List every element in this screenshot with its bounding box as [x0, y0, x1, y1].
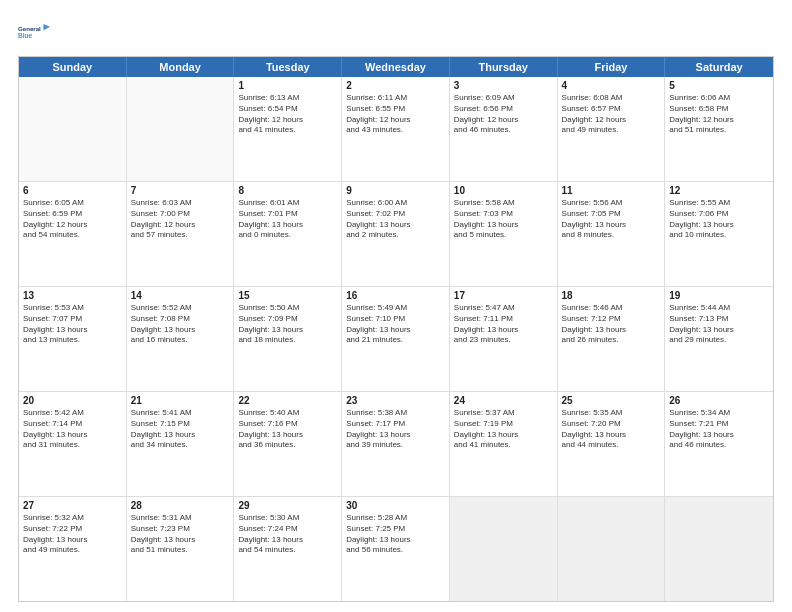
cell-info: Sunrise: 5:41 AM Sunset: 7:15 PM Dayligh… — [131, 408, 230, 451]
calendar-cell: 17Sunrise: 5:47 AM Sunset: 7:11 PM Dayli… — [450, 287, 558, 391]
svg-marker-2 — [43, 24, 50, 31]
logo: GeneralBlue — [18, 18, 50, 46]
cell-info: Sunrise: 5:47 AM Sunset: 7:11 PM Dayligh… — [454, 303, 553, 346]
day-number: 1 — [238, 80, 337, 91]
day-number: 2 — [346, 80, 445, 91]
cell-info: Sunrise: 5:58 AM Sunset: 7:03 PM Dayligh… — [454, 198, 553, 241]
day-number: 6 — [23, 185, 122, 196]
calendar-cell: 25Sunrise: 5:35 AM Sunset: 7:20 PM Dayli… — [558, 392, 666, 496]
cell-info: Sunrise: 5:28 AM Sunset: 7:25 PM Dayligh… — [346, 513, 445, 556]
day-number: 12 — [669, 185, 769, 196]
calendar: SundayMondayTuesdayWednesdayThursdayFrid… — [18, 56, 774, 602]
day-number: 13 — [23, 290, 122, 301]
day-number: 16 — [346, 290, 445, 301]
calendar-cell: 3Sunrise: 6:09 AM Sunset: 6:56 PM Daylig… — [450, 77, 558, 181]
calendar-cell: 30Sunrise: 5:28 AM Sunset: 7:25 PM Dayli… — [342, 497, 450, 601]
cell-info: Sunrise: 5:34 AM Sunset: 7:21 PM Dayligh… — [669, 408, 769, 451]
calendar-cell: 12Sunrise: 5:55 AM Sunset: 7:06 PM Dayli… — [665, 182, 773, 286]
day-number: 10 — [454, 185, 553, 196]
cell-info: Sunrise: 5:37 AM Sunset: 7:19 PM Dayligh… — [454, 408, 553, 451]
calendar-cell: 1Sunrise: 6:13 AM Sunset: 6:54 PM Daylig… — [234, 77, 342, 181]
day-number: 5 — [669, 80, 769, 91]
cell-info: Sunrise: 5:42 AM Sunset: 7:14 PM Dayligh… — [23, 408, 122, 451]
cell-info: Sunrise: 5:56 AM Sunset: 7:05 PM Dayligh… — [562, 198, 661, 241]
day-number: 3 — [454, 80, 553, 91]
cell-info: Sunrise: 5:53 AM Sunset: 7:07 PM Dayligh… — [23, 303, 122, 346]
calendar-cell: 26Sunrise: 5:34 AM Sunset: 7:21 PM Dayli… — [665, 392, 773, 496]
cell-info: Sunrise: 5:30 AM Sunset: 7:24 PM Dayligh… — [238, 513, 337, 556]
day-number: 4 — [562, 80, 661, 91]
calendar-cell: 7Sunrise: 6:03 AM Sunset: 7:00 PM Daylig… — [127, 182, 235, 286]
calendar-cell: 19Sunrise: 5:44 AM Sunset: 7:13 PM Dayli… — [665, 287, 773, 391]
cell-info: Sunrise: 6:06 AM Sunset: 6:58 PM Dayligh… — [669, 93, 769, 136]
cell-info: Sunrise: 6:03 AM Sunset: 7:00 PM Dayligh… — [131, 198, 230, 241]
day-number: 14 — [131, 290, 230, 301]
cell-info: Sunrise: 5:50 AM Sunset: 7:09 PM Dayligh… — [238, 303, 337, 346]
day-number: 24 — [454, 395, 553, 406]
day-number: 7 — [131, 185, 230, 196]
calendar-cell — [558, 497, 666, 601]
day-number: 23 — [346, 395, 445, 406]
weekday-header: Thursday — [450, 57, 558, 77]
calendar-cell: 11Sunrise: 5:56 AM Sunset: 7:05 PM Dayli… — [558, 182, 666, 286]
cell-info: Sunrise: 5:49 AM Sunset: 7:10 PM Dayligh… — [346, 303, 445, 346]
day-number: 27 — [23, 500, 122, 511]
weekday-header: Wednesday — [342, 57, 450, 77]
cell-info: Sunrise: 5:40 AM Sunset: 7:16 PM Dayligh… — [238, 408, 337, 451]
calendar-cell: 13Sunrise: 5:53 AM Sunset: 7:07 PM Dayli… — [19, 287, 127, 391]
weekday-header: Tuesday — [234, 57, 342, 77]
weekday-header: Friday — [558, 57, 666, 77]
cell-info: Sunrise: 5:32 AM Sunset: 7:22 PM Dayligh… — [23, 513, 122, 556]
calendar-cell: 2Sunrise: 6:11 AM Sunset: 6:55 PM Daylig… — [342, 77, 450, 181]
day-number: 15 — [238, 290, 337, 301]
day-number: 29 — [238, 500, 337, 511]
calendar-cell: 4Sunrise: 6:08 AM Sunset: 6:57 PM Daylig… — [558, 77, 666, 181]
calendar-cell: 8Sunrise: 6:01 AM Sunset: 7:01 PM Daylig… — [234, 182, 342, 286]
calendar-cell: 23Sunrise: 5:38 AM Sunset: 7:17 PM Dayli… — [342, 392, 450, 496]
calendar-week: 13Sunrise: 5:53 AM Sunset: 7:07 PM Dayli… — [19, 287, 773, 392]
calendar-week: 20Sunrise: 5:42 AM Sunset: 7:14 PM Dayli… — [19, 392, 773, 497]
cell-info: Sunrise: 5:46 AM Sunset: 7:12 PM Dayligh… — [562, 303, 661, 346]
calendar-cell: 14Sunrise: 5:52 AM Sunset: 7:08 PM Dayli… — [127, 287, 235, 391]
cell-info: Sunrise: 5:38 AM Sunset: 7:17 PM Dayligh… — [346, 408, 445, 451]
day-number: 22 — [238, 395, 337, 406]
header: GeneralBlue — [18, 18, 774, 46]
svg-text:General: General — [18, 25, 41, 32]
day-number: 8 — [238, 185, 337, 196]
cell-info: Sunrise: 6:09 AM Sunset: 6:56 PM Dayligh… — [454, 93, 553, 136]
day-number: 21 — [131, 395, 230, 406]
cell-info: Sunrise: 6:00 AM Sunset: 7:02 PM Dayligh… — [346, 198, 445, 241]
calendar-header: SundayMondayTuesdayWednesdayThursdayFrid… — [19, 57, 773, 77]
calendar-cell: 29Sunrise: 5:30 AM Sunset: 7:24 PM Dayli… — [234, 497, 342, 601]
day-number: 17 — [454, 290, 553, 301]
weekday-header: Sunday — [19, 57, 127, 77]
cell-info: Sunrise: 5:55 AM Sunset: 7:06 PM Dayligh… — [669, 198, 769, 241]
day-number: 26 — [669, 395, 769, 406]
day-number: 25 — [562, 395, 661, 406]
day-number: 19 — [669, 290, 769, 301]
calendar-cell: 20Sunrise: 5:42 AM Sunset: 7:14 PM Dayli… — [19, 392, 127, 496]
calendar-cell: 21Sunrise: 5:41 AM Sunset: 7:15 PM Dayli… — [127, 392, 235, 496]
cell-info: Sunrise: 6:11 AM Sunset: 6:55 PM Dayligh… — [346, 93, 445, 136]
svg-text:Blue: Blue — [18, 32, 33, 39]
calendar-cell: 27Sunrise: 5:32 AM Sunset: 7:22 PM Dayli… — [19, 497, 127, 601]
calendar-cell: 6Sunrise: 6:05 AM Sunset: 6:59 PM Daylig… — [19, 182, 127, 286]
calendar-body: 1Sunrise: 6:13 AM Sunset: 6:54 PM Daylig… — [19, 77, 773, 601]
day-number: 30 — [346, 500, 445, 511]
calendar-cell: 9Sunrise: 6:00 AM Sunset: 7:02 PM Daylig… — [342, 182, 450, 286]
calendar-cell: 18Sunrise: 5:46 AM Sunset: 7:12 PM Dayli… — [558, 287, 666, 391]
calendar-week: 6Sunrise: 6:05 AM Sunset: 6:59 PM Daylig… — [19, 182, 773, 287]
cell-info: Sunrise: 6:08 AM Sunset: 6:57 PM Dayligh… — [562, 93, 661, 136]
logo-icon: GeneralBlue — [18, 18, 50, 46]
day-number: 18 — [562, 290, 661, 301]
cell-info: Sunrise: 6:05 AM Sunset: 6:59 PM Dayligh… — [23, 198, 122, 241]
day-number: 9 — [346, 185, 445, 196]
cell-info: Sunrise: 6:01 AM Sunset: 7:01 PM Dayligh… — [238, 198, 337, 241]
calendar-week: 1Sunrise: 6:13 AM Sunset: 6:54 PM Daylig… — [19, 77, 773, 182]
cell-info: Sunrise: 6:13 AM Sunset: 6:54 PM Dayligh… — [238, 93, 337, 136]
page: GeneralBlue SundayMondayTuesdayWednesday… — [0, 0, 792, 612]
calendar-week: 27Sunrise: 5:32 AM Sunset: 7:22 PM Dayli… — [19, 497, 773, 601]
cell-info: Sunrise: 5:44 AM Sunset: 7:13 PM Dayligh… — [669, 303, 769, 346]
weekday-header: Monday — [127, 57, 235, 77]
calendar-cell: 28Sunrise: 5:31 AM Sunset: 7:23 PM Dayli… — [127, 497, 235, 601]
